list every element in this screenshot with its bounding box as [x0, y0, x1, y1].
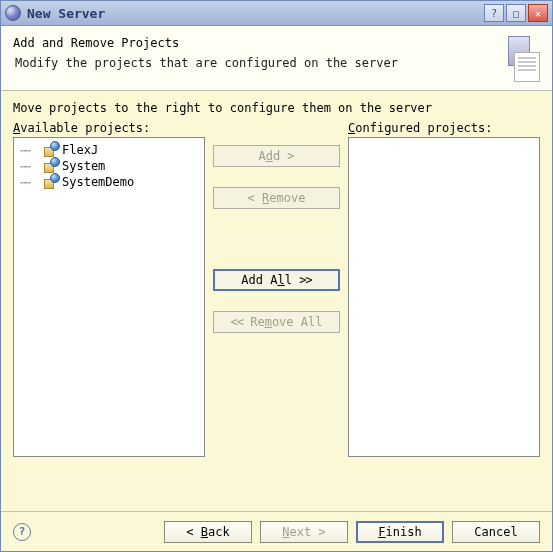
project-icon	[44, 159, 58, 173]
content-area: Move projects to the right to configure …	[1, 91, 552, 511]
button-bar: ? < Back Next > Finish Cancel	[1, 511, 552, 551]
window-title: New Server	[27, 6, 484, 21]
list-item[interactable]: ⋯⋯ SystemDemo	[16, 174, 202, 190]
page-subtitle: Modify the projects that are configured …	[13, 56, 498, 70]
list-item[interactable]: ⋯⋯ System	[16, 158, 202, 174]
next-button: Next >	[260, 521, 348, 543]
titlebar[interactable]: New Server ? □ ✕	[1, 1, 552, 26]
transfer-buttons: Add > < Remove Add All >> << Remove All	[213, 121, 340, 353]
back-button[interactable]: < Back	[164, 521, 252, 543]
project-icon	[44, 143, 58, 157]
list-item-label: SystemDemo	[62, 175, 134, 189]
list-item[interactable]: ⋯⋯ FlexJ	[16, 142, 202, 158]
instructions-text: Move projects to the right to configure …	[13, 101, 540, 115]
add-button: Add >	[213, 145, 340, 167]
app-icon	[5, 5, 21, 21]
window-controls: ? □ ✕	[484, 4, 548, 22]
server-doc-icon	[498, 36, 540, 82]
finish-button[interactable]: Finish	[356, 521, 444, 543]
help-window-button[interactable]: ?	[484, 4, 504, 22]
remove-button: < Remove	[213, 187, 340, 209]
list-item-label: FlexJ	[62, 143, 98, 157]
available-projects-list[interactable]: ⋯⋯ FlexJ ⋯⋯ System ⋯⋯ SystemDemo	[13, 137, 205, 457]
configured-projects-list[interactable]	[348, 137, 540, 457]
help-icon[interactable]: ?	[13, 523, 31, 541]
cancel-button[interactable]: Cancel	[452, 521, 540, 543]
add-all-button[interactable]: Add All >>	[213, 269, 340, 291]
wizard-header: Add and Remove Projects Modify the proje…	[1, 26, 552, 91]
maximize-button[interactable]: □	[506, 4, 526, 22]
close-button[interactable]: ✕	[528, 4, 548, 22]
available-label: Available projects:	[13, 121, 205, 135]
dialog-window: New Server ? □ ✕ Add and Remove Projects…	[0, 0, 553, 552]
configured-label: Configured projects:	[348, 121, 540, 135]
remove-all-button: << Remove All	[213, 311, 340, 333]
page-title: Add and Remove Projects	[13, 36, 498, 50]
list-item-label: System	[62, 159, 105, 173]
project-icon	[44, 175, 58, 189]
